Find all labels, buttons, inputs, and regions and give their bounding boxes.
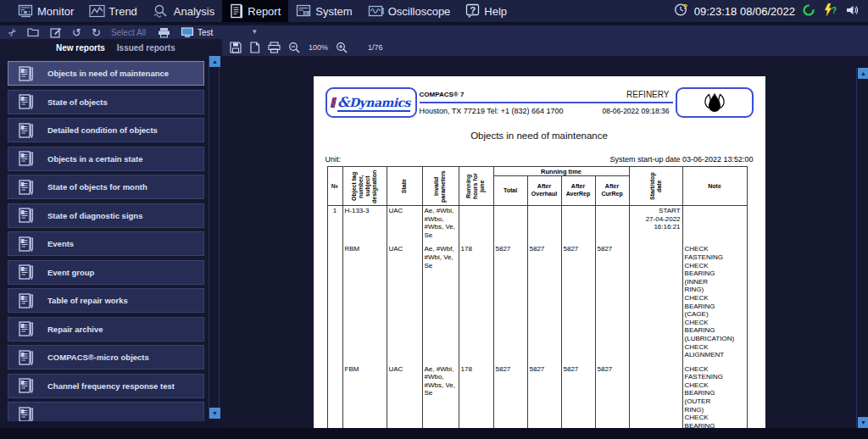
menu-tab-trend[interactable]: Trend [81, 0, 144, 22]
svg-text:?: ? [832, 6, 837, 15]
clock-text: 09:23:18 08/06/2022 [694, 5, 795, 18]
scroll-down-icon[interactable]: ▼ [209, 408, 220, 419]
cell-startstop [629, 364, 682, 428]
menu-tab-analysis[interactable]: Analysis [145, 0, 222, 22]
cell-after_averrep: 5827 [561, 244, 595, 364]
sidebar-item-label: Repair archive [47, 325, 103, 334]
cell-total: 5827 [493, 244, 527, 364]
report-doc-icon [18, 264, 36, 281]
menu-tab-help[interactable]: ?Help [458, 0, 515, 22]
redo-icon[interactable]: ↻ [92, 26, 101, 39]
cell-hours [459, 206, 493, 245]
help-icon: ? [465, 3, 481, 19]
sidebar-item[interactable]: COMPACS®-micro objects [8, 345, 204, 370]
test-label: Test [198, 28, 213, 37]
cell-startstop: START 27-04-2022 16:16:21 [629, 206, 682, 245]
report-scrollbar[interactable]: ▲ ▼ [856, 68, 868, 428]
sidebar-item[interactable]: Repair archive [8, 317, 204, 342]
menu-tab-system[interactable]: System [288, 0, 359, 22]
sidebar-item[interactable]: Detailed condition of objects [8, 118, 204, 142]
report-doc-icon [18, 150, 36, 167]
cell-invalid: Ae, #Wbi, #Wbo, #Wbs, Ve, Se [422, 206, 459, 245]
clock-icon: ? [674, 3, 688, 19]
power-status-icon: ? [822, 3, 839, 19]
company-address: Houston, TX 77219 Tel: +1 (832) 664 1700 [420, 107, 564, 115]
folder-open-icon[interactable] [27, 27, 40, 37]
column-header: Start/stop date [629, 167, 682, 206]
cell-total: 5827 [493, 364, 527, 428]
status-bar [0, 428, 868, 439]
report-page: &Dynamics COMPACS® 7 REFINERY Houston, T… [314, 76, 765, 428]
menu-tab-oscilloscope[interactable]: Oscilloscope [360, 0, 459, 22]
cell-after_overhaul: 5827 [527, 244, 561, 364]
menu-tab-label: Oscilloscope [388, 5, 451, 18]
column-header: State [387, 167, 422, 206]
save-icon[interactable] [230, 42, 242, 53]
select-all-button[interactable]: Select All [111, 28, 146, 37]
sidebar-item[interactable]: State of objects [8, 90, 204, 114]
cell-note: CHECK FASTENING CHECK BEARING (INNER RIN… [682, 244, 747, 364]
test-monitor-icon[interactable] [181, 27, 194, 38]
cut-icon[interactable]: ✂ [6, 25, 20, 39]
sidebar-item[interactable]: State of diagnostic signs [8, 203, 204, 228]
report-doc-icon [18, 65, 36, 82]
page-indicator: 1/76 [368, 43, 383, 52]
report-doc-icon [18, 179, 36, 196]
menu-clock-area: ? 09:23:18 08/06/2022 ? [674, 0, 868, 22]
tab-new-reports[interactable]: New reports [56, 43, 105, 53]
sidebar-item[interactable]: Objects in need of maintenance [8, 61, 204, 86]
report-title: Objects in need of maintenance [326, 131, 754, 141]
sidebar-item[interactable]: Channel frequency response test [8, 374, 204, 398]
sidebar-tabs: New reportsIssued reports [0, 39, 222, 57]
column-header: Invalid parameters [422, 167, 459, 206]
sidebar-item[interactable]: Table of repair works [8, 288, 204, 313]
sidebar-item[interactable] [8, 402, 204, 421]
report-doc-icon [18, 320, 36, 337]
scroll-down-icon[interactable]: ▼ [858, 417, 868, 428]
undo-icon[interactable]: ↺ [72, 26, 81, 39]
export-page-icon[interactable] [249, 42, 260, 53]
tab-issued-reports[interactable]: Issued reports [117, 43, 175, 53]
menu-tab-label: Monitor [37, 5, 74, 18]
report-panel: 100% 1/76 &Dynamics COMPACS® 7 REFINERY [222, 39, 868, 428]
system-icon [296, 4, 312, 19]
report-header: &Dynamics COMPACS® 7 REFINERY Houston, T… [326, 87, 754, 118]
print-report-icon[interactable] [268, 42, 281, 53]
menu-items: MonitorTrendAnalysisReportSystemOscillos… [10, 0, 515, 22]
sidebar-item[interactable]: Event group [8, 260, 204, 285]
trend-icon [89, 4, 105, 19]
report-doc-icon [18, 236, 36, 253]
cell-tag: H-133-3 [342, 206, 387, 245]
print-icon[interactable] [158, 27, 170, 38]
zoom-in-icon[interactable] [336, 42, 348, 53]
scroll-up-icon[interactable]: ▲ [209, 56, 220, 67]
cell-hours: 178 [459, 364, 493, 428]
cell-after_currep: 5827 [595, 244, 629, 364]
menu-tab-monitor[interactable]: Monitor [10, 0, 81, 22]
sidebar-scrollbar[interactable]: ▲ ▼ [209, 56, 220, 419]
report-doc-icon [18, 377, 36, 394]
edit-icon[interactable] [50, 27, 62, 38]
sidebar-item[interactable]: Events [8, 231, 204, 256]
menu-tab-report[interactable]: Report [222, 0, 288, 22]
refresh-status-icon [801, 3, 816, 20]
scroll-up-icon[interactable]: ▲ [858, 68, 868, 79]
table-row: 1H-133-3UACAe, #Wbi, #Wbo, #Wbs, Ve, SeS… [327, 206, 747, 245]
toolbar-dropdown-arrow[interactable]: ▾ [253, 27, 257, 36]
sidebar-item-label: Event group [47, 268, 94, 277]
report-doc-icon [18, 207, 36, 224]
viewer-toolbar: 100% 1/76 [222, 39, 868, 56]
speaker-icon[interactable] [845, 3, 860, 19]
sidebar-item[interactable]: Objects in a certain state [8, 147, 204, 171]
report-doc-icon [18, 406, 36, 422]
sidebar-item[interactable]: State of objects for month [8, 175, 204, 199]
report-icon [230, 3, 244, 19]
cell-after_currep: 5827 [595, 364, 629, 428]
table-row: FBMUACAe, #Wbi, #Wbo, #Wbs, Ve, Se178582… [327, 364, 747, 428]
refinery-logo [676, 87, 754, 118]
table-row: RBMUACAe, #Wbf, #Wbi, Ve, Se178582758275… [327, 244, 747, 364]
cell-invalid: Ae, #Wbf, #Wbi, Ve, Se [422, 244, 459, 364]
sidebar-item-label: State of objects for month [47, 182, 147, 192]
zoom-out-icon[interactable] [288, 42, 301, 53]
analysis-icon [153, 4, 170, 19]
